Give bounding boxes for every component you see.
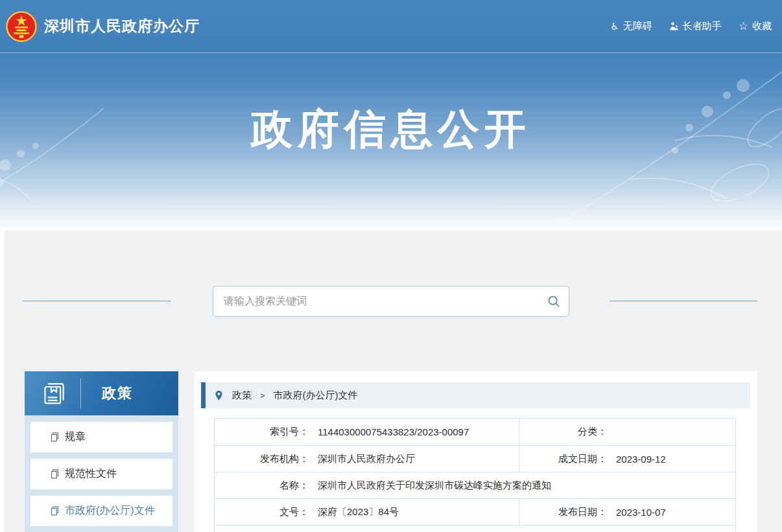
doc-number-value: 深府〔2023〕84号	[318, 506, 399, 518]
table-cell-publisher: 发布机构： 深圳市人民政府办公厅	[215, 446, 519, 472]
elder-assist-link[interactable]: 长者助手	[669, 20, 722, 32]
breadcrumb-separator: >	[260, 391, 265, 400]
favorite-label: 收藏	[752, 20, 772, 32]
national-emblem-icon	[5, 10, 38, 43]
elder-assist-icon	[669, 21, 679, 31]
table-row: 名称： 深圳市人民政府关于印发深圳市碳达峰实施方案的通知	[215, 472, 735, 498]
document-icon	[50, 506, 60, 516]
site-brand[interactable]: 深圳市人民政府办公厅	[5, 10, 200, 43]
sidebar-title: 政策	[102, 384, 133, 403]
table-cell-doc-number: 文号： 深府〔2023〕84号	[215, 499, 519, 525]
document-icon	[50, 432, 60, 442]
breadcrumb-link-policy[interactable]: 政策	[232, 389, 252, 402]
sidebar-item-normative-documents[interactable]: 规范性文件	[30, 459, 172, 489]
table-cell-publish-date: 发布日期： 2023-10-07	[519, 499, 735, 525]
site-title: 深圳市人民政府办公厅	[44, 16, 200, 36]
elder-assist-label: 长者助手	[683, 20, 722, 32]
header-links: ♿ 无障碍 长者助手 ☆ 收藏	[610, 20, 772, 32]
star-icon: ☆	[739, 21, 748, 32]
search-button[interactable]	[539, 286, 569, 316]
search-divider-right	[610, 301, 757, 301]
banner: 政府信息公开	[0, 53, 782, 230]
index-value: 114403000075433823/2023-00097	[318, 426, 469, 437]
sidebar-items: 规章 规范性文件 市政府(办公厅)文件	[25, 415, 178, 532]
sidebar-header-policy[interactable]: 政策	[25, 371, 178, 415]
search-icon	[547, 295, 560, 308]
table-row-partial	[215, 525, 735, 532]
publisher-value: 深圳市人民政府办公厅	[318, 453, 415, 465]
document-info-table: 索引号： 114403000075433823/2023-00097 分类： 发…	[214, 418, 736, 532]
written-date-value: 2023-09-12	[616, 454, 666, 465]
sidebar-item-label: 市政府(办公厅)文件	[65, 504, 155, 518]
search-input[interactable]	[213, 286, 539, 316]
favorite-link[interactable]: ☆ 收藏	[739, 20, 772, 32]
table-cell-category: 分类：	[519, 419, 735, 445]
table-row: 发布机构： 深圳市人民政府办公厅 成文日期： 2023-09-12	[215, 445, 735, 472]
document-icon	[50, 469, 60, 479]
table-row: 文号： 深府〔2023〕84号 发布日期： 2023-10-07	[215, 498, 735, 525]
publish-date-value: 2023-10-07	[616, 507, 666, 518]
sidebar-item-label: 规范性文件	[65, 467, 117, 481]
breadcrumb-accent-bar	[201, 382, 206, 408]
page: 深圳市人民政府办公厅 ♿ 无障碍 长者助手 ☆ 收藏	[0, 0, 782, 532]
breadcrumb: 政策 > 市政府(办公厅)文件	[201, 382, 750, 408]
written-date-label: 成文日期：	[519, 453, 607, 465]
accessibility-label: 无障碍	[623, 20, 652, 32]
page-title: 政府信息公开	[0, 101, 782, 157]
category-label: 分类：	[519, 426, 607, 438]
publisher-label: 发布机构：	[215, 453, 309, 465]
location-pin-icon	[214, 390, 224, 401]
search-box	[213, 286, 569, 317]
top-header: 深圳市人民政府办公厅 ♿ 无障碍 长者助手 ☆ 收藏	[0, 0, 782, 53]
breadcrumb-link-municipal-documents[interactable]: 市政府(办公厅)文件	[274, 389, 358, 402]
accessibility-icon: ♿	[610, 21, 619, 31]
index-label: 索引号：	[215, 426, 309, 438]
doc-number-label: 文号：	[215, 506, 309, 518]
name-label: 名称：	[215, 480, 309, 492]
sidebar-header-divider	[80, 378, 81, 408]
name-value: 深圳市人民政府关于印发深圳市碳达峰实施方案的通知	[318, 480, 551, 492]
sidebar-item-regulations[interactable]: 规章	[30, 422, 172, 452]
publish-date-label: 发布日期：	[519, 506, 607, 518]
table-cell-name: 名称： 深圳市人民政府关于印发深圳市碳达峰实施方案的通知	[215, 472, 735, 498]
sidebar: 政策 规章 规范性文件	[25, 371, 178, 532]
search-divider-left	[23, 301, 171, 301]
table-cell-index: 索引号： 114403000075433823/2023-00097	[215, 419, 519, 445]
accessibility-link[interactable]: ♿ 无障碍	[610, 20, 652, 32]
table-cell-written-date: 成文日期： 2023-09-12	[519, 446, 735, 472]
table-row: 索引号： 114403000075433823/2023-00097 分类：	[215, 419, 735, 445]
sidebar-item-municipal-documents[interactable]: 市政府(办公厅)文件	[30, 496, 172, 526]
book-icon	[41, 380, 67, 406]
main-panel: 政策 > 市政府(办公厅)文件 索引号： 114403000075433823/…	[195, 371, 757, 532]
sidebar-item-label: 规章	[65, 430, 86, 444]
